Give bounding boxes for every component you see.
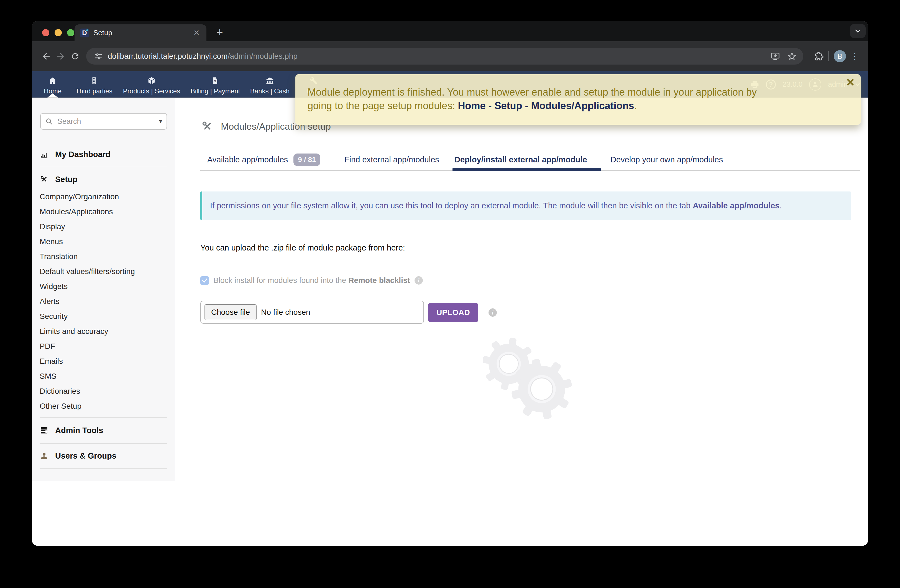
tab-develop-own[interactable]: Develop your own app/modules <box>610 153 723 166</box>
blacklist-row: Block install for modules found into the… <box>200 276 423 285</box>
chart-icon <box>40 150 48 159</box>
info-icon[interactable]: i <box>414 276 423 285</box>
browser-window: D Setup ✕ + dolibarr.tutorial.taler.potu… <box>32 21 868 546</box>
server-icon <box>40 426 48 435</box>
sidebar-divider <box>40 443 167 444</box>
browser-menu-icon[interactable]: ⋮ <box>849 51 861 61</box>
sidebar-item-defaults[interactable]: Default values/filters/sorting <box>32 264 175 279</box>
notification-line2: going to the page setup modules: Home - … <box>307 99 844 113</box>
sidebar-item-widgets[interactable]: Widgets <box>32 279 175 294</box>
sidebar-item-users-groups[interactable]: Users & Groups <box>32 448 175 463</box>
sidebar-item-other-setup[interactable]: Other Setup <box>32 399 175 414</box>
nav-item-third-parties[interactable]: Third parties <box>75 71 112 98</box>
sidebar-item-security[interactable]: Security <box>32 309 175 324</box>
nav-item-billing-payment[interactable]: Billing | Payment <box>191 71 240 98</box>
sidebar-item-company[interactable]: Company/Organization <box>32 189 175 204</box>
bookmark-star-icon[interactable] <box>787 51 797 61</box>
sidebar-divider <box>40 167 167 167</box>
sidebar-item-limits[interactable]: Limits and accuracy <box>32 324 175 339</box>
home-icon <box>48 76 57 85</box>
sidebar-item-sms[interactable]: SMS <box>32 369 175 384</box>
sidebar: ▾ My Dashboard Setup Company/Organizatio… <box>32 98 175 481</box>
extensions-icon[interactable] <box>812 49 826 64</box>
choose-file-button[interactable]: Choose file <box>205 304 257 320</box>
new-tab-button[interactable]: + <box>213 25 227 39</box>
sidebar-item-menus[interactable]: Menus <box>32 234 175 249</box>
search-input[interactable] <box>57 117 159 126</box>
sidebar-search[interactable]: ▾ <box>40 113 167 130</box>
sidebar-item-display[interactable]: Display <box>32 219 175 234</box>
sidebar-item-setup[interactable]: Setup <box>32 172 175 187</box>
info-icon[interactable]: i <box>489 309 497 317</box>
nav-item-products-services[interactable]: Products | Services <box>123 71 180 98</box>
invoice-icon <box>211 76 219 85</box>
tab-search-button[interactable] <box>850 24 866 38</box>
forward-button[interactable] <box>53 49 68 64</box>
banner-close-icon[interactable] <box>846 78 855 87</box>
file-chosen-label: No file chosen <box>261 308 310 317</box>
modules-count-badge: 9 / 81 <box>293 154 320 166</box>
notification-banner: Module deployment is finished. You must … <box>295 74 861 125</box>
search-icon <box>45 118 53 125</box>
dolibarr-favicon: D <box>80 28 89 37</box>
tab-deploy-install[interactable]: Deploy/install external app/module <box>455 153 587 166</box>
back-button[interactable] <box>39 49 53 64</box>
tab-title: Setup <box>93 28 192 37</box>
file-input[interactable]: Choose file No file chosen <box>200 301 424 324</box>
site-info-icon[interactable] <box>93 49 104 64</box>
macos-zoom-button[interactable] <box>67 29 74 36</box>
sidebar-divider <box>40 468 167 469</box>
browser-toolbar: dolibarr.tutorial.taler.potuzhnyi.com/ad… <box>32 41 868 71</box>
upload-button[interactable]: UPLOAD <box>428 303 478 322</box>
tools-icon <box>40 175 48 184</box>
info-message: If permissions on your file system allow… <box>200 191 851 220</box>
sidebar-item-pdf[interactable]: PDF <box>32 339 175 354</box>
gears-watermark <box>469 334 613 450</box>
sidebar-item-my-dashboard[interactable]: My Dashboard <box>32 147 175 162</box>
sidebar-item-admin-tools[interactable]: Admin Tools <box>32 423 175 438</box>
url-text: dolibarr.tutorial.taler.potuzhnyi.com/ad… <box>108 52 771 61</box>
sidebar-item-emails[interactable]: Emails <box>32 354 175 369</box>
notification-line1: Module deployment is finished. You must … <box>307 85 844 99</box>
macos-close-button[interactable] <box>42 29 49 36</box>
sidebar-item-modules[interactable]: Modules/Applications <box>32 204 175 219</box>
tools-icon <box>201 120 214 133</box>
tab-available-modules[interactable]: Available app/modules 9 / 81 <box>207 153 320 166</box>
nav-item-home[interactable]: Home <box>44 71 62 98</box>
search-caret-icon[interactable]: ▾ <box>159 118 162 125</box>
active-tab-underline <box>453 168 601 171</box>
upload-instruction: You can upload the .zip file of module p… <box>200 243 405 253</box>
toolbar-divider <box>828 51 829 61</box>
building-icon <box>90 76 98 85</box>
address-bar[interactable]: dolibarr.tutorial.taler.potuzhnyi.com/ad… <box>86 48 803 65</box>
check-icon <box>202 277 208 284</box>
install-app-icon[interactable] <box>771 51 780 61</box>
nav-item-banks-cash[interactable]: Banks | Cash <box>250 71 290 98</box>
tab-strip: D Setup ✕ + <box>32 21 868 41</box>
cube-icon <box>147 76 156 85</box>
sidebar-item-dictionaries[interactable]: Dictionaries <box>32 384 175 399</box>
sidebar-item-alerts[interactable]: Alerts <box>32 294 175 309</box>
chevron-down-icon <box>854 27 862 35</box>
tab-find-external[interactable]: Find external app/modules <box>344 153 439 166</box>
blacklist-label: Block install for modules found into the… <box>213 276 410 285</box>
browser-tab[interactable]: D Setup ✕ <box>74 24 206 41</box>
setup-modules-link[interactable]: Home - Setup - Modules/Applications <box>458 100 634 112</box>
sidebar-item-translation[interactable]: Translation <box>32 249 175 264</box>
person-icon <box>40 451 48 460</box>
profile-avatar[interactable]: B <box>834 50 846 62</box>
blacklist-checkbox[interactable] <box>200 276 209 285</box>
bank-icon <box>266 76 274 85</box>
tab-close-icon[interactable]: ✕ <box>192 28 201 38</box>
reload-button[interactable] <box>68 49 82 64</box>
macos-minimize-button[interactable] <box>54 29 62 36</box>
